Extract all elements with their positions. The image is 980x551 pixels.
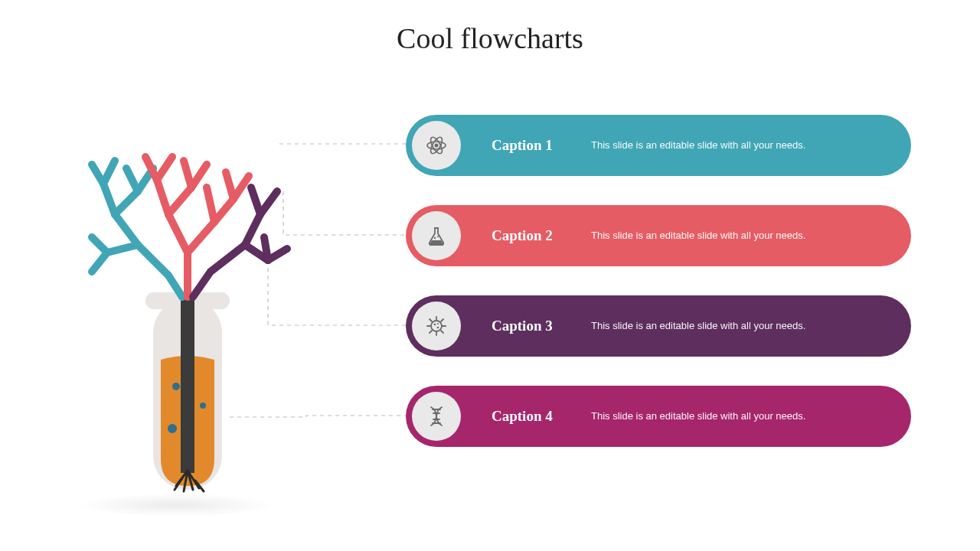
caption-list: Caption 1 This slide is an editable slid… bbox=[406, 115, 911, 447]
caption-pill-2: Caption 2 This slide is an editable slid… bbox=[406, 205, 911, 266]
caption-desc: This slide is an editable slide with all… bbox=[591, 138, 844, 153]
caption-desc: This slide is an editable slide with all… bbox=[591, 409, 844, 424]
svg-point-4 bbox=[200, 403, 206, 409]
caption-pill-3: Caption 3 This slide is an editable slid… bbox=[406, 295, 911, 357]
svg-point-5 bbox=[172, 383, 180, 390]
caption-pill-4: Caption 4 This slide is an editable slid… bbox=[406, 386, 911, 447]
svg-rect-2 bbox=[181, 297, 194, 473]
svg-point-22 bbox=[437, 327, 439, 329]
caption-title: Caption 1 bbox=[492, 137, 591, 154]
svg-line-18 bbox=[441, 331, 443, 333]
svg-point-11 bbox=[437, 236, 439, 237]
caption-title: Caption 3 bbox=[492, 318, 591, 334]
svg-point-10 bbox=[434, 237, 436, 239]
caption-desc: This slide is an editable slide with all… bbox=[591, 318, 844, 334]
svg-line-17 bbox=[430, 319, 432, 321]
svg-point-12 bbox=[431, 321, 442, 331]
tube-shadow bbox=[77, 494, 276, 517]
caption-pill-1: Caption 1 This slide is an editable slid… bbox=[406, 115, 911, 176]
svg-point-9 bbox=[435, 144, 439, 148]
microbe-icon bbox=[412, 302, 461, 350]
test-tube-tree-illustration bbox=[69, 99, 299, 520]
caption-title: Caption 4 bbox=[492, 408, 591, 425]
svg-line-20 bbox=[441, 319, 443, 321]
flask-icon bbox=[412, 211, 461, 260]
svg-point-3 bbox=[168, 424, 177, 433]
caption-title: Caption 2 bbox=[492, 227, 591, 244]
svg-point-23 bbox=[437, 323, 439, 324]
dna-icon bbox=[412, 392, 461, 441]
svg-line-19 bbox=[430, 331, 432, 333]
atom-icon bbox=[412, 121, 461, 170]
slide-title: Cool flowcharts bbox=[0, 21, 980, 55]
caption-desc: This slide is an editable slide with all… bbox=[591, 228, 844, 243]
svg-point-21 bbox=[434, 324, 436, 326]
